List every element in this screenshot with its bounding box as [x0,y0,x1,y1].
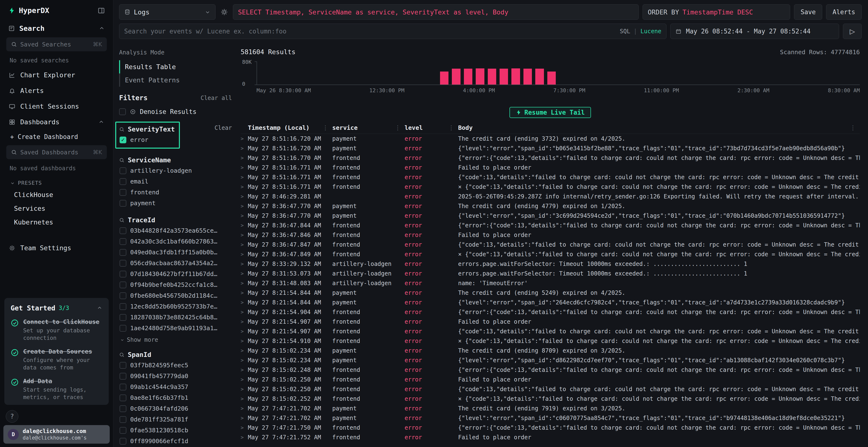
sidebar-item-services[interactable]: Services [0,202,113,215]
row-expand-chevron[interactable]: > [241,155,248,161]
filter-checkbox[interactable] [120,373,126,380]
sql-select-input[interactable]: SELECT Timestamp, ServiceName as service… [233,4,639,20]
row-expand-chevron[interactable]: > [241,396,248,402]
sidebar-item-team-settings[interactable]: Team Settings [0,240,113,256]
row-expand-chevron[interactable]: > [241,136,248,142]
table-row[interactable]: >May 27 8:15:02.234 AMpaymenterrorThe cr… [241,346,860,355]
filter-group-title[interactable]: SeverityText [128,126,175,133]
table-row[interactable]: >May 27 8:21:54.844 AMpaymenterrorThe cr… [241,288,860,298]
filter-option[interactable]: 18287038b73e882425c64b8… [119,312,232,323]
filter-checkbox[interactable] [120,238,126,245]
sidebar-item-kubernetes[interactable]: Kubernetes [0,215,113,229]
row-expand-chevron[interactable]: > [241,357,248,363]
filter-option[interactable]: 09041fb457779da0 [119,371,232,381]
table-row[interactable]: >May 27 8:15:02.252 AMfrontenderror× {"c… [241,394,860,404]
help-button[interactable]: ? [6,410,18,423]
filter-checkbox[interactable] [120,325,126,332]
table-row[interactable]: >May 27 8:36:47.847 AMfrontenderror{"cod… [241,240,860,249]
row-expand-chevron[interactable]: > [241,251,248,257]
sidebar-item-search[interactable]: Search [0,18,113,35]
filter-option[interactable]: 056cd9acbaac8637a4354a2… [119,258,232,269]
lucene-search-input[interactable]: Search your events w/ Lucene ex. column:… [119,24,666,39]
table-row[interactable]: >May 27 8:31:48.083 AMartillery-loadgene… [241,278,860,288]
filter-option[interactable]: ✓error [119,134,176,145]
filter-checkbox[interactable] [120,427,126,434]
table-row[interactable]: >May 27 8:31:53.073 AMartillery-loadgene… [241,269,860,278]
denoise-checkbox[interactable] [119,108,126,115]
table-row[interactable]: >May 27 8:51:16.771 AMfrontenderror× {"c… [241,182,860,192]
filter-option[interactable]: 0de781ff325a781f [119,414,232,425]
table-row[interactable]: >May 27 8:21:54.904 AMfrontenderror{"err… [241,307,860,317]
filter-checkbox[interactable] [120,189,126,196]
table-row[interactable]: >May 27 8:36:47.846 AMfrontenderrorFaile… [241,230,860,240]
sql-mode-toggle[interactable]: SQL [620,28,630,35]
row-expand-chevron[interactable]: > [241,386,248,392]
date-range-picker[interactable]: May 26 08:52:44 - May 27 08:52:44 [670,24,839,39]
sidebar-item-clickhouse[interactable]: ClickHouse [0,188,113,202]
row-expand-chevron[interactable]: > [241,338,248,344]
filter-option[interactable]: 03f7b824595feec5 [119,360,232,371]
row-expand-chevron[interactable]: > [241,329,248,334]
filter-option[interactable]: 0f94b9befe0b4252ccfa1c8… [119,279,232,290]
row-expand-chevron[interactable]: > [241,194,248,199]
presets-toggle[interactable]: PRESETS [0,175,113,188]
filter-option[interactable]: 049ed0ac3fdb1f3f15a0b0b… [119,247,232,258]
filter-option[interactable]: 09ab1c4544c9a357 [119,381,232,392]
filter-checkbox[interactable] [120,167,126,174]
table-row[interactable]: >May 27 8:36:47.849 AMfrontenderror× {"c… [241,249,860,259]
table-row[interactable]: >May 27 7:47:21.750 AMfrontenderror{"err… [241,423,860,433]
filter-option[interactable]: artillery-loadgen [119,165,232,176]
filter-checkbox[interactable] [120,394,126,401]
row-expand-chevron[interactable]: > [241,271,248,276]
row-expand-chevron[interactable]: > [241,145,248,151]
table-row[interactable]: >May 27 8:51:16.771 AMfrontenderror{"cod… [241,172,860,182]
get-started-header[interactable]: Get Started 3/3 [10,304,102,312]
get-started-item[interactable]: Add Data Start sending logs, metrics, or… [10,378,102,401]
sidebar-item-chart-explorer[interactable]: Chart Explorer [0,67,113,83]
filter-option[interactable]: 12ec8dd52b60b9525733b7e… [119,301,232,312]
row-expand-chevron[interactable]: > [241,348,248,353]
table-row[interactable]: >May 27 8:36:47.844 AMfrontenderror{"err… [241,220,860,230]
mode-results-table[interactable]: Results Table [119,60,232,73]
table-row[interactable]: >May 27 8:36:47.770 AMpaymenterror{"leve… [241,211,860,220]
get-started-item[interactable]: Create Data Sources Configure where your… [10,348,102,371]
events-histogram[interactable]: 80K 0 [256,61,860,85]
table-row[interactable]: >May 27 8:21:54.844 AMpaymenterror{"leve… [241,298,860,307]
table-row[interactable]: >May 27 8:51:16.771 AMfrontenderrorFaile… [241,163,860,172]
table-row[interactable]: >May 27 8:15:02.248 AMfrontenderror{"err… [241,365,860,375]
mode-event-patterns[interactable]: Event Patterns [119,73,232,87]
row-expand-chevron[interactable]: > [241,300,248,305]
row-expand-chevron[interactable]: > [241,222,248,228]
filter-option[interactable]: 03b44828f42a3573ea655ce… [119,225,232,236]
filter-group-title[interactable]: SpanId [128,351,151,358]
lucene-mode-toggle[interactable]: Lucene [641,28,661,35]
filter-option[interactable]: email [119,176,232,187]
table-row[interactable]: >May 27 7:47:21.702 AMpaymenterrorThe cr… [241,404,860,413]
user-menu[interactable]: D dale@clickhouse.com dale@clickhouse.co… [3,425,110,444]
table-row[interactable]: >May 27 8:51:16.720 AMpaymenterror{"leve… [241,143,860,153]
column-menu-icon[interactable]: ⋮ [395,124,405,131]
clear-severity-button[interactable]: Clear [215,125,232,131]
column-menu-icon[interactable]: ⋮ [850,124,860,131]
row-expand-chevron[interactable]: > [241,203,248,209]
table-row[interactable]: >May 27 8:21:54.910 AMfrontenderror× {"c… [241,336,860,346]
filter-checkbox[interactable] [120,362,126,369]
table-row[interactable]: >May 27 8:21:54.907 AMfrontenderror{"cod… [241,326,860,336]
filter-checkbox[interactable] [120,249,126,256]
table-row[interactable]: >May 27 8:33:29.132 AMartillery-loadgene… [241,259,860,269]
filter-option[interactable]: 0c0667304fafd206 [119,403,232,414]
table-row[interactable]: >May 27 8:21:54.907 AMfrontenderrorFaile… [241,317,860,326]
row-expand-chevron[interactable]: > [241,261,248,267]
denoise-results-toggle[interactable]: Denoise Results [119,108,232,115]
sidebar-item-dashboards[interactable]: Dashboards [0,114,113,130]
sidebar-item-client-sessions[interactable]: Client Sessions [0,99,113,114]
filter-checkbox[interactable] [120,178,126,185]
filter-group-title[interactable]: ServiceName [128,156,171,164]
filter-checkbox[interactable] [120,303,126,310]
create-dashboard-button[interactable]: + Create Dashboard [0,130,113,143]
row-expand-chevron[interactable]: > [241,280,248,286]
clear-all-filters-button[interactable]: Clear all [200,95,232,101]
table-row[interactable]: >May 27 7:47:21.752 AMfrontenderrorFaile… [241,433,860,442]
resume-live-tail-button[interactable]: Resume Live Tail [509,107,591,118]
table-row[interactable]: >May 27 8:51:16.770 AMfrontenderror{"err… [241,153,860,163]
